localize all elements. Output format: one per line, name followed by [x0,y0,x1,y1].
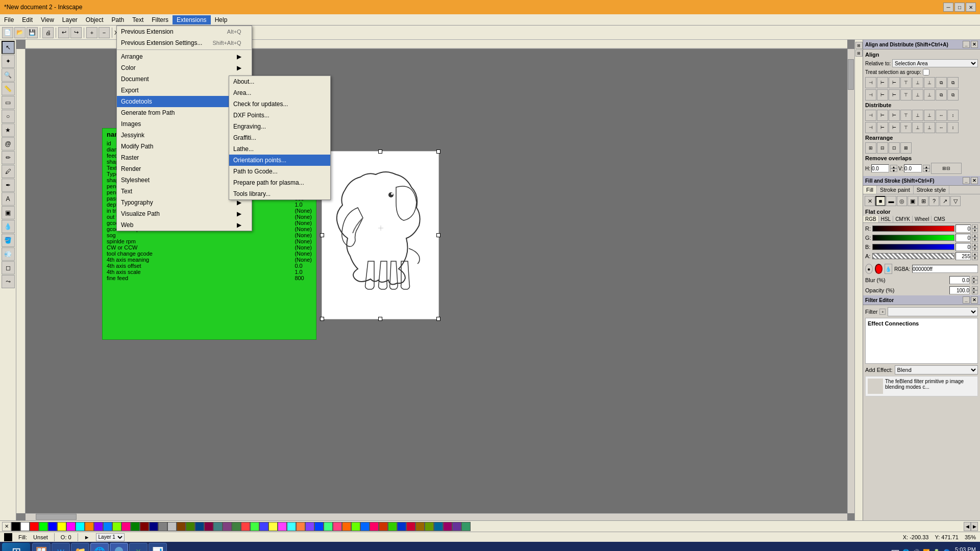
gcode-area[interactable]: Area... [229,87,330,98]
vertical-scrollbar[interactable] [847,49,854,513]
align-center-horiz[interactable]: ⊥ [912,77,923,88]
palette-color-swatch[interactable] [461,522,471,531]
menu-object[interactable]: Object [82,15,108,24]
palette-color-swatch[interactable] [296,522,305,531]
dist-btn-14[interactable]: ⊥ [924,122,935,133]
palette-color-swatch[interactable] [85,522,94,531]
palette-color-swatch[interactable] [76,522,85,531]
align-left-edge[interactable]: ⊣ [865,77,876,88]
filter-editor-min[interactable]: _ [963,296,970,304]
r-down[interactable]: ▼ [972,229,978,233]
dist-btn-16[interactable]: ↕ [947,122,959,133]
palette-color-swatch[interactable] [223,522,232,531]
spiral-tool[interactable]: @ [2,137,15,151]
ext-web[interactable]: Web▶ [117,219,252,231]
palette-color-swatch[interactable] [30,522,39,531]
fill-swatch-btn[interactable]: ⊞ [918,196,928,206]
dropper-tool[interactable]: 💧 [2,220,15,233]
align-bottom-edge[interactable]: ⊥ [924,77,935,88]
palette-color-swatch[interactable] [20,522,30,531]
menu-text[interactable]: Text [128,15,148,24]
palette-color-swatch[interactable] [259,522,268,531]
align-btn-9[interactable]: ⊣ [865,89,876,101]
a-down[interactable]: ▼ [972,256,978,260]
taskbar-app-browser[interactable]: 🌐 [90,543,109,551]
fill-flat-btn[interactable]: ■ [875,196,886,206]
palette-color-swatch[interactable] [195,522,204,531]
menu-layer[interactable]: Layer [58,15,82,24]
palette-color-swatch[interactable] [406,522,415,531]
maximize-button[interactable]: □ [954,3,965,12]
dist-btn-5[interactable]: ⊥ [912,110,923,121]
dist-btn-8[interactable]: ↕ [947,110,959,121]
r-up[interactable]: ▲ [972,224,978,229]
r-spinner[interactable]: ▲ ▼ [972,224,978,233]
dist-btn-9[interactable]: ⊣ [865,122,876,133]
palette-color-swatch[interactable] [11,522,20,531]
gcode-check-updates[interactable]: Check for updates... [229,98,330,110]
dist-btn-12[interactable]: ⊤ [900,122,912,133]
palette-color-swatch[interactable] [112,522,121,531]
align-btn-10[interactable]: ⊢ [877,89,888,101]
palette-color-swatch[interactable] [241,522,250,531]
dist-btn-2[interactable]: ⊢ [877,110,888,121]
palette-color-swatch[interactable] [314,522,324,531]
gcode-orientation[interactable]: Orientation points... [229,155,330,166]
overlap-v-spinner[interactable]: ▲ ▼ [923,165,930,172]
fill-btn-extra[interactable]: ▽ [950,196,961,206]
blur-input[interactable] [949,276,970,284]
palette-color-swatch[interactable] [103,522,112,531]
a-value-input[interactable] [955,252,971,260]
blur-up[interactable]: ▲ [972,276,978,280]
text-tool[interactable]: A [2,192,15,206]
opacity-spinner[interactable]: ▲ ▼ [972,286,978,294]
palette-color-swatch[interactable] [278,522,287,531]
fill-unknown-btn[interactable]: ? [929,196,939,206]
menu-filters[interactable]: Filters [148,15,173,24]
add-effect-select[interactable]: Blend Blur Composite [895,365,978,374]
palette-color-swatch[interactable] [379,522,388,531]
remove-overlap-btn[interactable]: ⊞⊟ [931,163,962,174]
palette-color-swatch[interactable] [131,522,140,531]
select-tool[interactable]: ↖ [2,41,15,54]
palette-color-swatch[interactable] [39,522,48,531]
taskbar-app-extra[interactable]: 📊 [149,543,167,551]
align-btn-16[interactable]: ⧉ [947,89,959,101]
ext-prev-ext-settings[interactable]: Previous Extension Settings... Shift+Alt… [117,37,252,48]
fill-paint-server[interactable]: ↗ [940,196,950,206]
redo-button[interactable]: ↪ [70,27,82,38]
dist-btn-6[interactable]: ⊥ [924,110,935,121]
new-button[interactable]: 📄 [2,27,13,38]
palette-color-swatch[interactable] [388,522,397,531]
menu-path[interactable]: Path [108,15,129,24]
taskbar-app-word[interactable]: W [52,543,70,551]
a-spinner[interactable]: ▲ ▼ [972,252,978,260]
tab-fill[interactable]: Fill [863,186,877,194]
a-slider-track[interactable] [872,253,954,259]
palette-color-swatch[interactable] [324,522,333,531]
dist-btn-13[interactable]: ⊥ [912,122,923,133]
r-slider-track[interactable] [872,226,954,232]
align-center-vert[interactable]: ⊢ [877,77,888,88]
palette-color-swatch[interactable] [415,522,425,531]
palette-color-swatch[interactable] [186,522,195,531]
ext-arrange[interactable]: Arrange▶ [117,51,252,62]
overlap-h-spinner[interactable]: ▲ ▼ [890,165,897,172]
undo-button[interactable]: ↩ [58,27,69,38]
align-btn-13[interactable]: ⊥ [912,89,923,101]
save-button[interactable]: 💾 [27,27,38,38]
palette-color-swatch[interactable] [287,522,296,531]
gcode-graffiti[interactable]: Graffiti... [229,132,330,143]
palette-color-swatch[interactable] [94,522,103,531]
print-button[interactable]: 🖨 [42,27,54,38]
zoom-out-button[interactable]: − [99,27,110,38]
paint-bucket[interactable]: 🪣 [2,234,15,247]
align-btn-11[interactable]: ⊢ [889,89,900,101]
rgba-input[interactable] [912,265,978,273]
b-up[interactable]: ▲ [972,243,978,247]
align-panel-close[interactable]: ✕ [971,41,978,48]
tab-stroke-paint[interactable]: Stroke paint [877,186,914,194]
fill-linear-btn[interactable]: ▬ [886,196,896,206]
palette-none-btn[interactable]: ✕ [2,522,11,531]
connector-tool[interactable]: ⤳ [2,275,15,288]
